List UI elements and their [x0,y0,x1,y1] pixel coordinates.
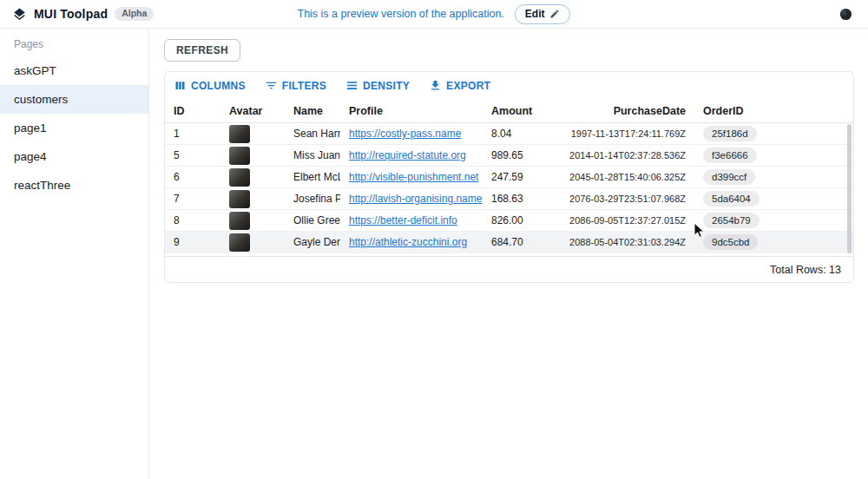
profile-link[interactable]: http://lavish-organising.name [349,193,482,205]
appbar: MUI Toolpad Alpha This is a preview vers… [0,0,868,29]
cell-id: 5 [165,145,220,166]
cell-profile: http://lavish-organising.name [340,188,483,209]
vertical-scrollbar[interactable] [847,124,852,253]
cell-purchase-date: 1997-11-13T17:24:11.769Z [556,123,694,144]
density-icon [345,79,358,92]
table-row[interactable]: 6 Elbert McL... http://visible-punishmen… [165,167,853,188]
cell-avatar [220,188,285,209]
avatar [229,212,250,230]
edit-pencil-icon [549,9,560,19]
sidebar-item[interactable]: customers [0,85,148,114]
layers-logo-icon [12,7,27,22]
columns-button[interactable]: COLUMNS [174,79,246,92]
cell-name: Miss Juan ... [285,145,340,166]
column-header-purchasedate[interactable]: PurchaseDate [556,99,694,122]
filters-button[interactable]: FILTERS [265,79,326,92]
sidebar-item[interactable]: askGPT [0,56,148,85]
table-row[interactable]: 5 Miss Juan ... http://required-statute.… [165,145,853,167]
banner-text: This is a preview version of the applica… [298,8,504,20]
columns-button-label: COLUMNS [191,80,246,92]
cell-name: Elbert McL... [285,167,340,187]
sidebar-section-label: Pages [0,29,148,56]
total-rows-label: Total Rows: 13 [770,264,841,276]
cell-amount: 8.04 [483,123,556,144]
profile-link[interactable]: http://athletic-zucchini.org [349,236,467,248]
table-body: 1 Sean Harris https://costly-pass.name 8… [165,123,853,262]
cell-purchase-date: 2076-03-29T23:51:07.968Z [556,188,694,209]
main-content: REFRESH COLUMNS FILTERS DENSITY [150,29,868,479]
sidebar-item[interactable]: reactThree [0,171,148,200]
cell-name: Ollie Green... [285,210,340,231]
cell-profile: http://required-statute.org [340,145,483,166]
density-button-label: DENSITY [363,80,410,92]
cell-avatar [220,167,285,187]
column-header-id[interactable]: ID [165,99,220,122]
table-row[interactable]: 8 Ollie Green... https://better-deficit.… [165,210,853,232]
cell-amount: 168.63 [483,188,556,209]
column-header-avatar[interactable]: Avatar [220,99,285,122]
cell-avatar [220,123,285,144]
preview-banner: This is a preview version of the applica… [229,4,639,24]
cell-purchase-date: 2088-05-04T02:31:03.294Z [556,232,694,253]
filter-icon [265,79,278,92]
cell-avatar [220,210,285,231]
edit-button-label: Edit [525,8,545,20]
column-header-orderid[interactable]: OrderID [694,99,853,122]
cell-profile: http://visible-punishment.net [340,167,483,187]
order-id-chip[interactable]: 25f186d [703,126,757,142]
order-id-chip[interactable]: 5da6404 [703,191,760,207]
avatar [229,190,250,208]
sidebar-item-label: reactThree [14,179,70,192]
theme-toggle-icon [839,8,852,21]
cell-id: 1 [165,123,220,144]
sidebar: Pages askGPT customers page1 page4 react… [0,29,149,479]
column-header-amount[interactable]: Amount [483,99,556,122]
profile-link[interactable]: https://costly-pass.name [349,128,461,140]
cell-purchase-date: 2014-01-14T02:37:28.536Z [556,145,694,166]
version-badge: Alpha [115,7,154,21]
order-id-chip[interactable]: 9dc5cbd [703,234,758,251]
cell-name: Josefina P... [285,188,340,209]
export-button-label: EXPORT [446,80,490,92]
cell-id: 8 [165,210,220,231]
avatar [229,233,250,252]
profile-link[interactable]: http://visible-punishment.net [349,171,478,183]
columns-icon [174,79,187,92]
cell-name: Sean Harris [285,123,340,144]
sidebar-item[interactable]: page4 [0,142,148,171]
table-header-row: ID Avatar Name Profile Amount PurchaseDa… [165,99,853,123]
theme-toggle-button[interactable] [836,4,856,24]
cell-avatar [220,145,285,166]
avatar [229,147,250,165]
cell-purchase-date: 2045-01-28T15:40:06.325Z [556,167,694,187]
order-id-chip[interactable]: f3e6666 [703,148,757,164]
profile-link[interactable]: https://better-deficit.info [349,214,457,226]
order-id-chip[interactable]: 2654b79 [703,213,760,229]
sidebar-item[interactable]: page1 [0,114,148,142]
table-row[interactable]: 7 Josefina P... http://lavish-organising… [165,188,853,210]
density-button[interactable]: DENSITY [345,79,410,92]
table-row[interactable]: 9 Gayle Den... http://athletic-zucchini.… [165,232,853,253]
cell-profile: https://better-deficit.info [340,210,483,231]
filters-button-label: FILTERS [282,80,326,92]
export-button[interactable]: EXPORT [429,79,490,92]
table-row[interactable]: 1 Sean Harris https://costly-pass.name 8… [165,123,853,145]
sidebar-item-label: page4 [14,150,47,163]
cell-order-id: 2654b79 [694,210,853,231]
column-header-profile[interactable]: Profile [340,99,483,122]
edit-button[interactable]: Edit [515,4,571,24]
cell-avatar [220,232,285,253]
appbar-brand: MUI Toolpad Alpha [12,7,229,22]
sidebar-item-label: page1 [14,121,47,135]
refresh-button[interactable]: REFRESH [164,39,240,62]
data-grid-toolbar: COLUMNS FILTERS DENSITY EXPORT [165,72,853,99]
cell-amount: 989.65 [483,145,556,166]
cell-name: Gayle Den... [285,232,340,253]
cell-amount: 684.70 [483,232,556,253]
data-grid: COLUMNS FILTERS DENSITY EXPORT [164,71,854,283]
sidebar-nav-list: askGPT customers page1 page4 reactThree [0,56,148,200]
profile-link[interactable]: http://required-statute.org [349,149,466,161]
order-id-chip[interactable]: d399ccf [703,169,755,186]
cell-purchase-date: 2086-09-05T12:37:27.015Z [556,210,694,231]
column-header-name[interactable]: Name [285,99,340,122]
